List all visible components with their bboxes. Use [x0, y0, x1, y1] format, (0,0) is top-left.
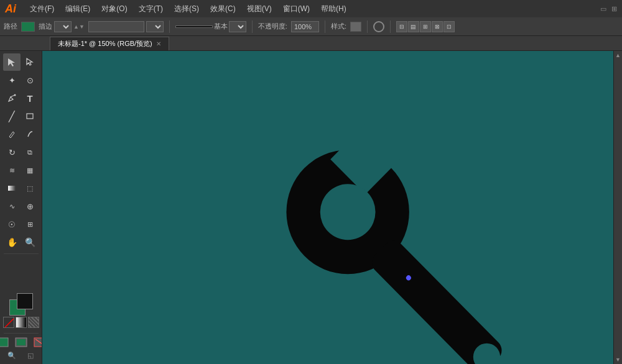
magic-wand-tool[interactable]: ✦: [3, 71, 21, 89]
hand-tool[interactable]: ✋: [3, 234, 21, 251]
sep2: [252, 20, 253, 33]
stroke-label: 描边: [39, 22, 52, 31]
svg-rect-4: [0, 338, 8, 347]
stroke-select[interactable]: [54, 21, 72, 32]
rect-tool[interactable]: [21, 107, 39, 125]
pattern-swatch[interactable]: [28, 317, 39, 328]
tool-row-5: [3, 125, 39, 143]
mesh-tool[interactable]: ⬚: [21, 180, 39, 197]
brush-tool[interactable]: [21, 125, 39, 143]
tool-row-6: ↻ ⧉: [3, 143, 39, 161]
tool-row-7: ≋ ▦: [3, 162, 39, 179]
menu-window[interactable]: 窗口(W): [278, 2, 315, 16]
select-tool[interactable]: [3, 53, 21, 71]
svg-point-0: [14, 94, 16, 96]
rotate-tool[interactable]: ↻: [3, 143, 21, 161]
swatch-stack: [9, 293, 33, 316]
minimize-icon[interactable]: ▭: [600, 5, 606, 13]
arrange-btn-1[interactable]: ⊟: [396, 21, 407, 32]
measure-tool[interactable]: ☉: [3, 216, 21, 233]
eyedropper-tool[interactable]: ⊕: [21, 198, 39, 215]
blend-tool[interactable]: ∿: [3, 198, 21, 215]
sep3: [325, 20, 325, 33]
arrange-btn-3[interactable]: ⊞: [420, 21, 431, 32]
arrange-btn-4[interactable]: ⊠: [432, 21, 443, 32]
globe-icon[interactable]: [373, 21, 384, 32]
zoom-out-btn[interactable]: ◱: [22, 349, 39, 362]
opacity-input[interactable]: [291, 21, 319, 32]
tab-document[interactable]: 未标题-1* @ 150% (RGB/预览) ✕: [50, 37, 169, 50]
preview-mode-btn[interactable]: [12, 336, 30, 348]
overprint-mode-btn[interactable]: [31, 336, 43, 348]
tool-row-10: ☉ ⊞: [3, 216, 39, 233]
arrange-btn-5[interactable]: ⊡: [443, 21, 455, 32]
window-controls: ▭ ⊞: [600, 5, 617, 13]
svg-rect-1: [27, 114, 33, 119]
menu-file[interactable]: 文件(F): [25, 2, 59, 16]
stroke-width-group: [88, 21, 164, 32]
title-bar: Ai 文件(F) 编辑(E) 对象(O) 文字(T) 选择(S) 效果(C) 视…: [0, 0, 622, 17]
line-tool[interactable]: ╱: [3, 107, 21, 125]
grid-icon[interactable]: ⊞: [611, 5, 617, 13]
scroll-down-icon[interactable]: ▼: [615, 357, 621, 363]
fill-color-group: [21, 22, 35, 32]
style-label: 基本: [214, 22, 228, 31]
toolbar-divider-2: [4, 333, 39, 334]
right-scrollbar[interactable]: ▲ ▼: [613, 51, 622, 364]
swatch-mini-row: [3, 317, 39, 328]
menu-object[interactable]: 对象(O): [96, 2, 132, 16]
text-tool[interactable]: T: [21, 89, 39, 107]
foreground-color-swatch[interactable]: [17, 293, 33, 309]
arrange-btn-2[interactable]: ▤: [408, 21, 419, 32]
zoom-in-btn[interactable]: 🔍: [3, 349, 21, 362]
stroke-width-input[interactable]: [88, 21, 144, 32]
scroll-up-icon[interactable]: ▲: [615, 52, 621, 58]
app-logo: Ai: [5, 2, 16, 16]
canvas-svg: [42, 51, 613, 364]
style-box[interactable]: [350, 22, 361, 32]
tool-row-1: [3, 53, 39, 71]
menu-edit[interactable]: 编辑(E): [60, 2, 95, 16]
menu-view[interactable]: 视图(V): [242, 2, 277, 16]
svg-rect-2: [8, 186, 16, 191]
direct-select-tool[interactable]: [21, 53, 39, 71]
none-swatch[interactable]: [3, 317, 14, 328]
canvas-area: [42, 51, 613, 364]
sep4: [367, 20, 368, 33]
normal-mode-btn[interactable]: [0, 336, 11, 348]
stroke-preview-group: 基本: [175, 21, 246, 32]
menu-bar: 文件(F) 编辑(E) 对象(O) 文字(T) 选择(S) 效果(C) 视图(V…: [25, 2, 351, 16]
opacity-label: 不透明度:: [258, 22, 287, 31]
svg-rect-6: [17, 339, 26, 345]
warp-tool[interactable]: ≋: [3, 162, 21, 179]
left-toolbar: ✦ ⊙ T ╱ ↻ ⧉ ≋ ▦: [0, 51, 42, 364]
color-swatches: [3, 293, 39, 330]
toolbar-divider-1: [4, 253, 39, 254]
sep5: [390, 20, 391, 33]
menu-text[interactable]: 文字(T): [134, 2, 168, 16]
transform-tool[interactable]: ⧉: [21, 143, 39, 161]
pen-tool[interactable]: [3, 89, 21, 107]
style-select[interactable]: [229, 21, 246, 32]
menu-help[interactable]: 帮助(H): [316, 2, 351, 16]
tool-row-8: ⬚: [3, 180, 39, 197]
stroke-arrow: ▲▼: [73, 24, 85, 30]
zoom-tool[interactable]: 🔍: [21, 234, 39, 251]
pencil-tool[interactable]: [3, 125, 21, 143]
lasso-tool[interactable]: ⊙: [21, 71, 39, 89]
menu-effect[interactable]: 效果(C): [205, 2, 241, 16]
sep1: [169, 20, 170, 33]
bottom-icons: [0, 336, 42, 348]
bar-chart-tool[interactable]: ⊞: [21, 216, 39, 233]
tool-row-3: T: [3, 89, 39, 107]
menu-select[interactable]: 选择(S): [169, 2, 204, 16]
stroke-group: 描边 ▲▼: [39, 21, 85, 32]
tab-close-icon[interactable]: ✕: [156, 40, 161, 47]
gradient-tool[interactable]: [3, 180, 21, 197]
fill-color-swatch[interactable]: [21, 22, 35, 32]
chart-tool[interactable]: ▦: [21, 162, 39, 179]
gradient-swatch[interactable]: [16, 317, 27, 328]
stroke-unit-select[interactable]: [146, 21, 164, 32]
svg-line-3: [5, 319, 14, 327]
style-label2: 样式:: [331, 22, 346, 31]
